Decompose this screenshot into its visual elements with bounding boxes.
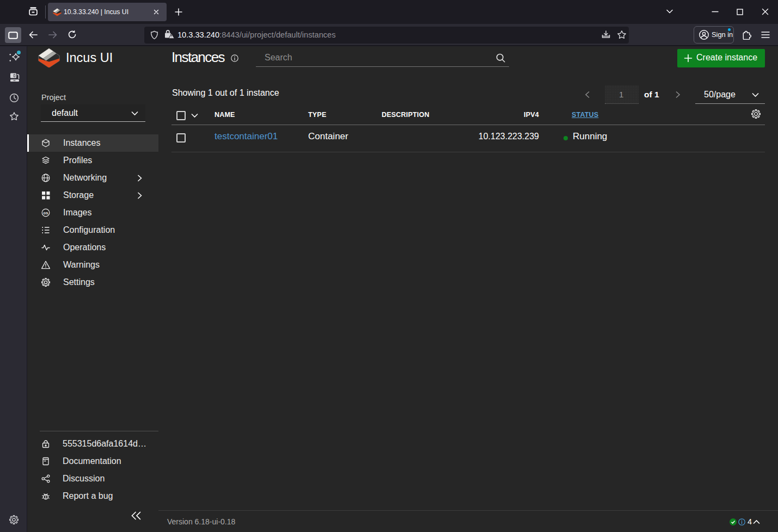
svg-text:os: os [44,211,48,215]
